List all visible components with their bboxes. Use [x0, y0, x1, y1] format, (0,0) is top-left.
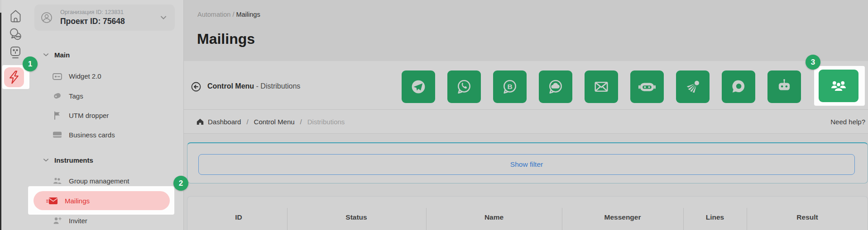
breadcrumb-trail: Dashboard / Control Menu / Distributions	[197, 110, 345, 133]
widget-bot-icon	[9, 45, 22, 60]
messenger-bot-head-tile[interactable]	[630, 70, 664, 103]
sidebar-section-instruments[interactable]: Instruments	[28, 152, 183, 168]
credit-card-icon	[52, 131, 62, 138]
shuttlecock-icon	[682, 76, 703, 97]
column-divider	[426, 208, 427, 230]
column-header-messenger: Messenger	[577, 213, 668, 221]
filter-card: Show filter	[187, 142, 868, 183]
chat-ring-icon	[728, 76, 749, 97]
breadcrumb-dashboard[interactable]: Dashboard	[208, 118, 241, 126]
section-label: Main	[54, 51, 70, 59]
email-icon	[591, 76, 612, 97]
breadcrumb-bar: Dashboard / Control Menu / Distributions…	[184, 109, 868, 134]
control-menu-bar: Control Menu - Distributions B	[184, 61, 868, 109]
telegram-icon	[408, 76, 429, 97]
page-header: Automation / Mailings Mailings	[184, 0, 868, 61]
breadcrumb-parent[interactable]: Automation	[197, 11, 230, 18]
account-circle-icon	[41, 12, 53, 23]
sidebar-section-main[interactable]: Main	[28, 47, 183, 62]
chevron-down-icon	[43, 157, 49, 163]
breadcrumb-separator: /	[246, 118, 248, 126]
whatsapp-business-icon: B	[499, 76, 520, 97]
chevron-down-icon	[43, 52, 49, 58]
messenger-chat-cloud-tile[interactable]	[539, 70, 572, 103]
home-icon	[197, 118, 204, 125]
automation-nav-button[interactable]	[4, 67, 24, 87]
assistant-nav-button[interactable]	[8, 45, 23, 60]
messenger-whatsapp-business-tile[interactable]: B	[493, 70, 527, 103]
breadcrumb-control-menu[interactable]: Control Menu	[254, 118, 295, 126]
section-label: Instruments	[54, 156, 93, 164]
sidebar-item-label: Business cards	[69, 131, 115, 139]
flag-icon	[52, 111, 62, 120]
sidebar-item-label: Group management	[69, 177, 129, 185]
groups-icon	[828, 75, 849, 96]
chat-cloud-icon	[545, 76, 566, 97]
dialogs-icon	[9, 27, 22, 41]
column-header-id: ID	[193, 213, 284, 221]
group-icon	[52, 177, 62, 185]
control-menu-title-sub: - Distributions	[256, 82, 301, 90]
bot-head-icon	[637, 76, 657, 97]
column-header-name: Name	[449, 213, 539, 221]
column-header-lines: Lines	[670, 213, 760, 221]
svg-text:B: B	[507, 83, 512, 90]
messenger-robot-tile[interactable]	[767, 70, 801, 103]
mail-send-icon	[46, 197, 58, 205]
mailings-table: ID Status Name Messenger Lines Result	[187, 196, 868, 230]
messenger-email-tile[interactable]	[585, 70, 618, 103]
whatsapp-icon	[454, 76, 475, 97]
need-help-link[interactable]: Need help?	[830, 110, 865, 133]
chevron-down-icon	[160, 15, 167, 20]
sidebar-item-tags[interactable]: Tags	[28, 88, 183, 103]
messenger-shuttlecock-tile[interactable]	[676, 70, 710, 103]
robot-icon	[774, 76, 795, 97]
tag-icon	[52, 92, 62, 100]
sidebar-item-mailings[interactable]: Mailings	[34, 191, 170, 210]
column-divider	[562, 208, 562, 230]
messenger-groups-tile[interactable]	[819, 70, 858, 102]
back-button[interactable]	[191, 82, 201, 92]
step-badge-1: 1	[23, 56, 38, 71]
breadcrumb: Automation / Mailings	[197, 11, 260, 18]
sidebar-item-utm-dropper[interactable]: UTM dropper	[28, 108, 183, 123]
step-badge-2: 2	[173, 176, 188, 191]
messenger-whatsapp-tile[interactable]	[447, 70, 481, 103]
sidebar-item-business-cards[interactable]: Business cards	[28, 127, 183, 142]
breadcrumb-current: Mailings	[236, 11, 260, 18]
breadcrumb-distributions: Distributions	[307, 118, 345, 126]
breadcrumb-separator: /	[300, 118, 302, 126]
mailings-page: Организация ID: 123831 Проект ID: 75648 …	[0, 0, 868, 230]
spotlight-step2: Mailings	[28, 186, 174, 215]
project-selector[interactable]: Организация ID: 123831 Проект ID: 75648	[34, 5, 175, 31]
widget-icon	[52, 72, 62, 80]
column-header-result: Result	[762, 213, 853, 221]
control-menu-title: Control Menu - Distributions	[207, 82, 300, 90]
home-nav-button[interactable]	[8, 8, 23, 23]
project-id-label: Проект ID: 75648	[60, 17, 125, 26]
control-menu-title-main: Control Menu	[207, 82, 254, 90]
spotlight-step3	[814, 66, 865, 106]
lightning-icon	[8, 70, 20, 84]
page-title: Mailings	[197, 31, 255, 47]
sidebar-item-label: Widget 2.0	[69, 72, 101, 80]
home-icon	[9, 9, 22, 23]
sidebar-item-label: Inviter	[69, 217, 87, 225]
messenger-chat-ring-tile[interactable]	[722, 70, 755, 103]
person-add-icon	[52, 216, 62, 225]
step-badge-3: 3	[806, 55, 820, 70]
sidebar-item-inviter[interactable]: Inviter	[28, 213, 183, 228]
sidebar-item-widget[interactable]: Widget 2.0	[28, 68, 183, 84]
dialogs-nav-button[interactable]	[8, 26, 23, 42]
column-divider	[287, 208, 288, 230]
sidebar-item-label: Tags	[69, 92, 83, 100]
arrow-left-circle-icon	[191, 82, 201, 92]
show-filter-button[interactable]: Show filter	[198, 154, 855, 175]
sidebar-item-label: Mailings	[65, 197, 90, 205]
sidebar-item-label: UTM dropper	[69, 112, 109, 119]
organization-id-label: Организация ID: 123831	[60, 9, 124, 15]
icon-rail	[1, 0, 28, 230]
column-header-status: Status	[311, 213, 402, 221]
messenger-telegram-tile[interactable]	[402, 70, 435, 103]
